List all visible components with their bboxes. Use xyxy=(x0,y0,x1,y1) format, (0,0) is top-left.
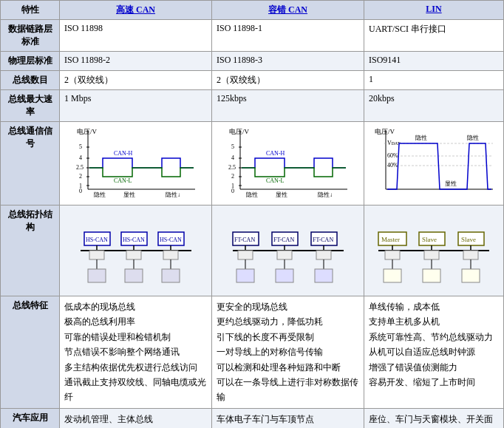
svg-text:2: 2 xyxy=(79,173,82,180)
table-row: 物理层标准 ISO 11898-2 ISO 11898-3 ISO9141 xyxy=(1,52,504,71)
lin-header[interactable]: LIN xyxy=(364,1,504,20)
ft-features-cell: 更安全的现场总线 更约总线驱动力，降低功耗 引下线的长度不再受限制 一对导线上的… xyxy=(212,296,364,409)
topology-row: 总线拓扑结构 HS-CAN HS-CAN xyxy=(1,205,504,296)
hs-signal-diagram: 电压/V 5 4 2.5 2 1 0 CAN-H xyxy=(60,122,212,205)
ft-cell: 2（双绞线） xyxy=(212,71,364,90)
svg-text:5: 5 xyxy=(79,143,82,150)
hs-cell: 2（双绞线） xyxy=(60,71,212,90)
ft-features: 更安全的现场总线 更约总线驱动力，降低功耗 引下线的长度不再受限制 一对导线上的… xyxy=(217,299,359,405)
prop-header: 特性 xyxy=(1,1,60,20)
svg-text:VDAT: VDAT xyxy=(387,140,401,146)
svg-text:隐性: 隐性 xyxy=(246,191,258,198)
svg-text:0: 0 xyxy=(79,188,82,194)
svg-text:HS-CAN: HS-CAN xyxy=(123,237,145,243)
svg-text:CAN-H: CAN-H xyxy=(266,150,285,157)
ft-can-header[interactable]: 容错 CAN xyxy=(212,1,364,20)
svg-text:HS-CAN: HS-CAN xyxy=(160,237,182,243)
table-row: 总线最大速率 1 Mbps 125kbps 20kbps xyxy=(1,90,504,122)
prop-cell: 总线最大速率 xyxy=(1,90,60,122)
prop-cell: 总线特征 xyxy=(1,296,60,409)
svg-rect-104 xyxy=(463,251,478,259)
svg-text:FT-CAN: FT-CAN xyxy=(273,237,294,243)
svg-text:隐性↓: 隐性↓ xyxy=(318,191,333,198)
svg-rect-54 xyxy=(89,251,104,259)
svg-rect-98 xyxy=(424,251,439,259)
signal-diagram-row: 总线通信信号 电压/V 5 4 2.5 2 xyxy=(1,122,504,205)
hs-cell: ISO 11898-2 xyxy=(60,52,212,71)
svg-rect-75 xyxy=(236,269,254,282)
svg-text:显性: 显性 xyxy=(445,180,457,187)
svg-text:CAN-L: CAN-L xyxy=(266,177,285,184)
svg-text:电压/V: 电压/V xyxy=(375,128,395,135)
svg-text:HS-CAN: HS-CAN xyxy=(86,237,108,243)
svg-rect-81 xyxy=(276,269,293,282)
hs-features-cell: 低成本的现场总线 极高的总线利用率 可靠的错误处理和检错机制 节点错误不影响整个… xyxy=(60,296,212,409)
svg-rect-68 xyxy=(162,269,180,282)
svg-rect-62 xyxy=(125,269,143,282)
svg-text:Master: Master xyxy=(381,236,400,243)
svg-text:5: 5 xyxy=(231,143,234,150)
svg-rect-106 xyxy=(462,269,480,282)
svg-text:FT-CAN: FT-CAN xyxy=(313,237,333,243)
prop-cell: 总线数目 xyxy=(1,71,60,90)
svg-text:电压/V: 电压/V xyxy=(229,128,250,135)
svg-rect-92 xyxy=(385,251,400,259)
lin-features: 单线传输，成本低 支持单主机多从机 系统可靠性高、节约总线驱动力 从机可以自适应… xyxy=(369,299,499,390)
svg-rect-85 xyxy=(316,251,331,259)
hs-cell: 1 Mbps xyxy=(60,90,212,122)
svg-rect-60 xyxy=(126,251,141,259)
lin-topology-diagram: Master Slave Slave xyxy=(364,205,504,296)
svg-text:电压/V: 电压/V xyxy=(77,128,98,135)
svg-text:显性: 显性 xyxy=(276,191,287,198)
lin-cell: UART/SCI 串行接口 xyxy=(364,20,504,52)
lin-cell: ISO9141 xyxy=(364,52,504,71)
svg-text:4: 4 xyxy=(79,154,82,161)
ft-cell: ISO 11898-1 xyxy=(212,20,364,52)
hs-cell: ISO 11898 xyxy=(60,20,212,52)
svg-text:隐性↓: 隐性↓ xyxy=(166,191,180,198)
table-row: 数据链路层标准 ISO 11898 ISO 11898-1 UART/SCI 串… xyxy=(1,20,504,52)
lin-features-cell: 单线传输，成本低 支持单主机多从机 系统可靠性高、节约总线驱动力 从机可以自适应… xyxy=(364,296,504,409)
hs-can-header[interactable]: 高速 CAN xyxy=(60,1,212,20)
table-row: 总线数目 2（双绞线） 2（双绞线） 1 xyxy=(1,71,504,90)
ft-cell: 125kbps xyxy=(212,90,364,122)
svg-text:0: 0 xyxy=(231,188,234,194)
svg-text:2.5: 2.5 xyxy=(228,164,236,171)
svg-text:FT-CAN: FT-CAN xyxy=(234,237,255,243)
prop-cell: 数据链路层标准 xyxy=(1,20,60,52)
svg-rect-79 xyxy=(277,251,292,259)
svg-text:Slave: Slave xyxy=(461,236,476,243)
svg-rect-94 xyxy=(384,269,401,282)
svg-rect-87 xyxy=(315,269,333,282)
svg-rect-56 xyxy=(88,269,106,282)
hs-app-cell: 发动机管理、主体总线 车体电子、乘员舒适系统 xyxy=(60,408,212,428)
lin-cell: 1 xyxy=(364,71,504,90)
hs-topology-diagram: HS-CAN HS-CAN HS-CAN xyxy=(60,205,212,296)
ft-topology-diagram: FT-CAN FT-CAN FT-CAN xyxy=(212,205,364,296)
lin-app: 座位、车门与天窗模块、开关面板 汽车方向盘、乘员舒适系统 xyxy=(369,412,499,428)
svg-text:4: 4 xyxy=(231,154,234,161)
svg-text:CAN-L: CAN-L xyxy=(114,177,132,184)
prop-cell: 物理层标准 xyxy=(1,52,60,71)
svg-rect-100 xyxy=(423,269,440,282)
lin-signal-diagram: 电压/V VDAT 60% 40% 隐性 隐性 显性 xyxy=(364,122,504,205)
ft-signal-diagram: 电压/V 5 4 2.5 2 1 0 CAN-H xyxy=(212,122,364,205)
svg-text:CAN-H: CAN-H xyxy=(114,150,133,157)
hs-app: 发动机管理、主体总线 车体电子、乘员舒适系统 xyxy=(64,412,207,428)
svg-text:2.5: 2.5 xyxy=(76,164,84,171)
svg-text:Slave: Slave xyxy=(422,236,437,243)
prop-cell: 总线拓扑结构 xyxy=(1,205,60,296)
svg-text:60%: 60% xyxy=(387,152,398,159)
svg-text:40%: 40% xyxy=(387,162,398,169)
table-row: 总线特征 低成本的现场总线 极高的总线利用率 可靠的错误处理和检错机制 节点错误… xyxy=(1,296,504,409)
svg-text:显性: 显性 xyxy=(123,191,135,198)
svg-text:隐性: 隐性 xyxy=(94,191,106,198)
table-row: 汽车应用 发动机管理、主体总线 车体电子、乘员舒适系统 车体电子车门与车顶节点 … xyxy=(1,408,504,428)
hs-features: 低成本的现场总线 极高的总线利用率 可靠的错误处理和检错机制 节点错误不影响整个… xyxy=(64,299,207,405)
prop-cell: 总线通信信号 xyxy=(1,122,60,205)
ft-cell: ISO 11898-3 xyxy=(212,52,364,71)
svg-rect-66 xyxy=(163,251,178,259)
svg-text:隐性: 隐性 xyxy=(415,135,427,141)
svg-text:2: 2 xyxy=(231,173,234,180)
svg-rect-73 xyxy=(238,251,253,259)
